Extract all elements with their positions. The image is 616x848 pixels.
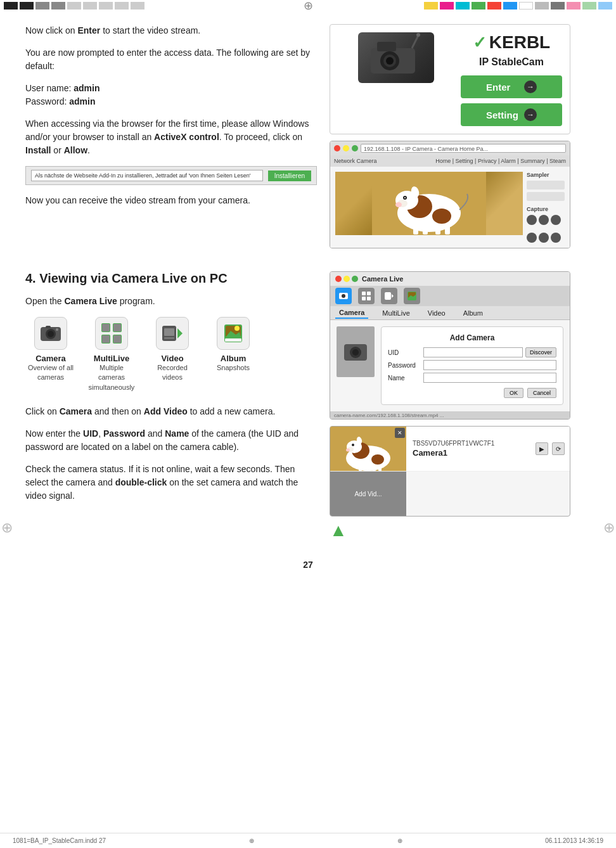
svg-rect-47 [362, 297, 366, 300]
move-btn-1[interactable] [527, 233, 537, 243]
enter-label: Enter [486, 82, 510, 93]
form-password-label: Password [388, 362, 421, 369]
cap-btn-2[interactable] [539, 215, 549, 225]
toolbar-album-icon[interactable] [404, 288, 420, 304]
color-bar-strip [99, 2, 113, 10]
footer-left-text: 1081=BA_IP_StableCam.indd 27 [13, 837, 106, 844]
svg-rect-20 [445, 226, 450, 234]
svg-marker-50 [392, 294, 394, 298]
browser-titlebar: 192.168.1.108 - IP Camera - Camera Home … [330, 141, 570, 155]
svg-rect-33 [113, 335, 121, 343]
add-camera-box: Add Camera UID Discover Password [381, 326, 563, 405]
setting-button[interactable]: Setting → [461, 103, 562, 126]
browser-address-bar[interactable]: 192.168.1.108 - IP Camera - Camera Home … [361, 144, 566, 153]
top-bar-right [327, 0, 616, 11]
svg-rect-31 [113, 324, 121, 331]
camera-svg [364, 32, 428, 77]
kerbl-logo: ✓ KERBL [461, 32, 562, 53]
album-icon-label: Album [221, 354, 246, 363]
para-prompt: You are now prompted to enter the access… [25, 46, 317, 73]
video-toolbar-svg [384, 291, 394, 301]
camera-live-screenshot: Camera Live [330, 271, 570, 420]
form-uid-input[interactable] [423, 347, 523, 357]
cap-btn-1[interactable] [527, 215, 537, 225]
move-btn-3[interactable] [551, 233, 561, 243]
window-dots [335, 276, 358, 282]
capture-controls [527, 215, 565, 225]
bold-uid: UID [83, 428, 98, 439]
nav-item-network: Network Camera [334, 158, 377, 164]
color-bar-strip [551, 2, 565, 10]
camera-app-icon [39, 322, 62, 345]
cancel-button[interactable]: Cancel [527, 388, 556, 398]
album-icon-box [217, 317, 250, 350]
cap-btn-3[interactable] [551, 215, 561, 225]
svg-rect-66 [359, 465, 362, 471]
discover-button[interactable]: Discover [525, 347, 556, 357]
color-bar-strip [487, 2, 501, 10]
install-button[interactable]: Installieren [268, 170, 311, 181]
svg-point-25 [56, 328, 58, 331]
move-controls [527, 233, 565, 243]
icon-item-album: Album Snapshots [208, 317, 259, 392]
color-bar-strip [456, 2, 470, 10]
para-click-camera: Click on Camera and then on Add Video to… [25, 405, 317, 418]
svg-rect-45 [362, 292, 366, 295]
color-bar-strip [535, 2, 549, 10]
kerbl-name: KERBL [489, 32, 550, 53]
form-name-input[interactable] [423, 373, 556, 383]
svg-rect-32 [102, 335, 110, 343]
section1-right: ✓ KERBL IP StableCam Enter → Setting → [330, 24, 570, 259]
color-bar-strip [424, 2, 438, 10]
toolbar-camera-icon[interactable] [335, 288, 352, 304]
window-dot-yellow [343, 276, 350, 282]
svg-rect-49 [385, 292, 391, 300]
svg-line-5 [412, 35, 418, 48]
cam-video-thumb: ✕ [330, 427, 406, 471]
ok-button[interactable]: OK [504, 388, 523, 398]
section1-left: Now click on Enter to start the video st… [25, 24, 317, 259]
video-icon-box [156, 317, 189, 350]
color-bar-strip [20, 2, 34, 10]
bold-add-video: Add Video [144, 406, 188, 416]
tab-multilive[interactable]: MultiLive [378, 308, 413, 318]
form-buttons: OK Cancel [388, 388, 556, 398]
camera-toolbar-svg [338, 291, 349, 301]
kerbl-buttons: Enter → Setting → [461, 75, 562, 126]
cow-svg [372, 172, 486, 235]
notification-screenshot: Als nächste de Webseite Add-In zu instal… [25, 166, 317, 185]
close-icon[interactable]: ✕ [395, 428, 405, 438]
tab-video[interactable]: Video [424, 308, 449, 318]
color-bar-strip [67, 2, 81, 10]
page-wrapper: ⊕ Now click on Enter to start the video … [0, 0, 616, 848]
video-controls-sidebar: Sampler Capture [527, 172, 565, 243]
para-credentials: User name: admin Password: admin [25, 82, 317, 108]
color-bar-strip [519, 2, 533, 10]
album-app-icon [222, 322, 245, 345]
sidebar-label-capture: Capture [527, 206, 565, 212]
bold-double-click: double-click [115, 477, 167, 487]
cam-refresh-icon[interactable]: ⟳ [552, 442, 565, 455]
enter-button[interactable]: Enter → [461, 75, 562, 98]
bold-password: Password [103, 428, 145, 439]
notif-message-text: Als nächste de Webseite Add-In zu instal… [31, 170, 263, 181]
album-toolbar-svg [407, 291, 417, 301]
cam-play-icon[interactable]: ▶ [536, 442, 548, 455]
sidebar-label-sampler: Sampler [527, 172, 565, 178]
window-dot-red [335, 276, 342, 282]
tab-album[interactable]: Album [459, 308, 487, 318]
camera-live-titlebar: Camera Live [330, 272, 570, 286]
tab-camera[interactable]: Camera [335, 307, 368, 319]
statusbar-text: camera-name.com/192.168.1.108/stream.mp4… [334, 413, 444, 418]
camera-live-tabs: Camera MultiLive Video Album [330, 306, 570, 320]
browser-nav: Network Camera Home | Setting | Privacy … [330, 155, 570, 167]
toolbar-multilive-icon[interactable] [358, 288, 375, 304]
svg-rect-30 [102, 324, 110, 331]
svg-point-15 [404, 197, 406, 198]
toolbar-video-icon[interactable] [381, 288, 397, 304]
kerbl-checkmark-icon: ✓ [473, 33, 487, 53]
section2-right: Camera Live [330, 271, 570, 541]
para-open: Open the Camera Live program. [25, 295, 317, 308]
move-btn-2[interactable] [539, 233, 549, 243]
form-password-input[interactable] [423, 360, 556, 370]
